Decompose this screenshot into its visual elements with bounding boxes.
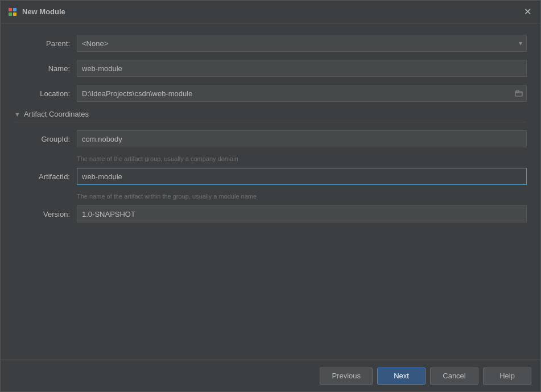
parent-row: Parent: <None> ▾ xyxy=(14,35,527,52)
parent-select[interactable]: <None> xyxy=(77,35,527,52)
version-input[interactable] xyxy=(77,205,527,222)
dialog-icon xyxy=(7,7,18,17)
location-row: Location: xyxy=(14,85,527,102)
groupid-hint: The name of the artifact group, usually … xyxy=(77,155,527,162)
svg-rect-1 xyxy=(13,8,16,11)
help-button[interactable]: Help xyxy=(483,368,531,385)
location-field-wrapper xyxy=(77,85,527,102)
previous-button[interactable]: Previous xyxy=(320,368,373,385)
version-row: Version: xyxy=(14,205,527,222)
name-field-wrapper xyxy=(77,60,527,77)
location-label: Location: xyxy=(14,89,77,98)
browse-button[interactable] xyxy=(511,85,527,102)
version-field-wrapper xyxy=(77,205,527,222)
name-label: Name: xyxy=(14,64,77,73)
close-button[interactable]: ✕ xyxy=(521,6,534,18)
groupid-input[interactable] xyxy=(77,130,527,147)
dialog-title: New Module xyxy=(22,7,65,16)
parent-select-wrapper: <None> ▾ xyxy=(77,35,527,52)
name-row: Name: xyxy=(14,60,527,77)
name-input[interactable] xyxy=(77,60,527,77)
svg-rect-0 xyxy=(9,8,12,11)
groupid-label: GroupId: xyxy=(14,135,77,143)
artifactid-field-wrapper xyxy=(77,168,527,185)
artifactid-row: ArtifactId: xyxy=(14,168,527,185)
title-bar: New Module ✕ xyxy=(1,1,540,23)
location-input[interactable] xyxy=(77,85,511,102)
svg-rect-2 xyxy=(9,13,12,16)
cancel-button[interactable]: Cancel xyxy=(430,368,478,385)
new-module-dialog: New Module ✕ Parent: <None> ▾ Name: Loca… xyxy=(0,0,541,392)
form-content: Parent: <None> ▾ Name: Location: xyxy=(1,23,540,360)
parent-label: Parent: xyxy=(14,39,77,48)
svg-rect-3 xyxy=(13,13,16,16)
version-label: Version: xyxy=(14,210,77,218)
artifact-section-header: ▼ Artifact Coordinates xyxy=(14,110,527,122)
next-button[interactable]: Next xyxy=(377,368,426,385)
artifactid-input[interactable] xyxy=(77,168,527,185)
artifactid-label: ArtifactId: xyxy=(14,172,77,181)
dialog-footer: Previous Next Cancel Help xyxy=(1,360,540,391)
groupid-field-wrapper xyxy=(77,130,527,147)
section-title: Artifact Coordinates xyxy=(24,110,89,118)
groupid-row: GroupId: xyxy=(14,130,527,147)
artifactid-hint: The name of the artifact within the grou… xyxy=(77,193,527,200)
collapse-arrow-icon[interactable]: ▼ xyxy=(14,111,20,118)
